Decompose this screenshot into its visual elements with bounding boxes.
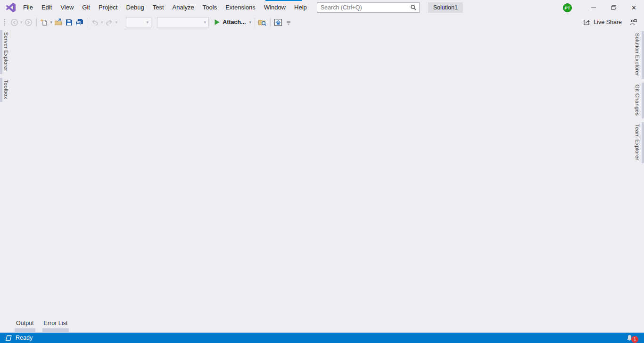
right-tool-window-strip: Solution Explorer Git Changes Team Explo… xyxy=(633,29,644,317)
live-share-label: Live Share xyxy=(594,19,622,25)
save-button[interactable] xyxy=(64,17,74,28)
toolbar-right-group: Live Share xyxy=(583,18,637,26)
standard-toolbar: ▾ ▾ xyxy=(0,15,644,29)
undo-button[interactable] xyxy=(90,17,99,28)
search-input[interactable] xyxy=(317,2,420,13)
menu-test[interactable]: Test xyxy=(149,0,168,15)
minimize-icon xyxy=(591,8,596,8)
tab-label: Solution Explorer xyxy=(634,31,642,79)
menu-project[interactable]: Project xyxy=(94,0,122,15)
status-message: Ready xyxy=(16,335,33,341)
tab-indicator-strip xyxy=(642,122,644,163)
tab-output[interactable]: Output xyxy=(15,320,35,332)
empty-editor-well xyxy=(11,29,633,317)
tab-label: Git Changes xyxy=(634,83,642,118)
title-bar: File Edit View Git Project Debug Test An… xyxy=(0,0,644,15)
redo-icon xyxy=(105,18,113,26)
menu-window[interactable]: Window xyxy=(260,0,290,15)
tab-label: Toolbox xyxy=(2,78,10,102)
menu-bar: File Edit View Git Project Debug Test An… xyxy=(19,0,311,15)
toolbar-separator xyxy=(36,18,37,27)
navigate-back-button[interactable] xyxy=(9,17,19,28)
bottom-tool-window-strip: Output Error List xyxy=(0,317,644,333)
open-file-button[interactable] xyxy=(54,17,63,28)
tab-indicator-strip xyxy=(642,83,644,118)
tab-indicator-strip xyxy=(15,328,35,332)
send-feedback-button[interactable] xyxy=(629,18,637,26)
minimize-button[interactable] xyxy=(583,0,603,15)
attach-dropdown-caret[interactable]: ▾ xyxy=(249,17,251,28)
toolbar-overflow-button[interactable] xyxy=(284,17,293,28)
tab-team-explorer[interactable]: Team Explorer xyxy=(634,122,644,163)
status-bar: Ready 1 xyxy=(0,333,644,343)
undo-dropdown-caret[interactable]: ▾ xyxy=(101,17,103,28)
menu-view[interactable]: View xyxy=(56,0,78,15)
restore-button[interactable] xyxy=(603,0,624,15)
attach-button[interactable]: Attach... xyxy=(223,19,246,25)
tab-server-explorer[interactable]: Server Explorer xyxy=(0,30,10,74)
top-accent-line xyxy=(265,0,302,1)
restore-icon xyxy=(611,5,617,10)
save-all-button[interactable] xyxy=(74,17,84,28)
toolbar-grip-handle[interactable] xyxy=(4,18,6,26)
close-icon: ✕ xyxy=(631,4,636,11)
home-window-icon xyxy=(274,18,282,26)
quick-search xyxy=(317,2,420,13)
menu-extensions[interactable]: Extensions xyxy=(221,0,260,15)
visual-studio-logo-icon xyxy=(6,3,16,12)
left-tool-window-strip: Server Explorer Toolbox xyxy=(0,29,11,317)
tab-git-changes[interactable]: Git Changes xyxy=(634,83,644,118)
menu-git[interactable]: Git xyxy=(78,0,94,15)
open-folder-icon xyxy=(54,18,63,26)
find-in-files-icon xyxy=(258,18,267,26)
chevron-down-icon: ▾ xyxy=(147,20,151,25)
debug-target-combobox[interactable]: ▾ xyxy=(126,17,151,27)
menu-help[interactable]: Help xyxy=(290,0,311,15)
feedback-person-icon xyxy=(629,18,637,26)
tab-label: Team Explorer xyxy=(634,122,642,163)
tab-label: Output xyxy=(15,320,35,326)
account-avatar[interactable]: PT xyxy=(563,3,572,12)
start-play-icon[interactable] xyxy=(214,19,220,25)
tab-label: Error List xyxy=(42,320,69,326)
window-controls: ✕ xyxy=(583,0,644,15)
solution-platform-combobox[interactable]: ▾ xyxy=(157,17,209,27)
navigate-forward-button[interactable] xyxy=(24,17,33,28)
tab-label: Server Explorer xyxy=(2,30,10,74)
live-share-button[interactable]: Live Share xyxy=(583,18,622,26)
new-project-dropdown-caret[interactable]: ▾ xyxy=(50,17,53,28)
menu-tools[interactable]: Tools xyxy=(198,0,221,15)
toolbar-separator xyxy=(255,18,255,27)
close-button[interactable]: ✕ xyxy=(624,0,644,15)
menu-analyze[interactable]: Analyze xyxy=(168,0,198,15)
browser-home-button[interactable] xyxy=(273,17,283,28)
tab-error-list[interactable]: Error List xyxy=(42,320,69,332)
toolbar-separator xyxy=(87,18,87,27)
undo-icon xyxy=(91,18,99,26)
tab-solution-explorer[interactable]: Solution Explorer xyxy=(634,31,644,79)
menu-debug[interactable]: Debug xyxy=(122,0,148,15)
notifications-button[interactable]: 1 xyxy=(626,333,634,343)
redo-button[interactable] xyxy=(105,17,114,28)
save-icon xyxy=(65,18,73,26)
redo-dropdown-caret[interactable]: ▾ xyxy=(116,17,118,28)
toolbar-separator xyxy=(270,18,271,27)
attach-run-control: Attach... ▾ xyxy=(214,17,252,28)
search-icon[interactable] xyxy=(410,4,417,11)
save-all-icon xyxy=(75,18,83,26)
status-parallelogram-icon xyxy=(4,335,12,341)
menu-file[interactable]: File xyxy=(19,0,37,15)
tab-indicator-strip xyxy=(642,31,644,79)
tab-indicator-strip xyxy=(42,328,69,332)
notification-count-badge[interactable]: 1 xyxy=(631,336,638,343)
back-dropdown-caret[interactable]: ▾ xyxy=(20,17,23,28)
forward-arrow-icon xyxy=(25,18,33,26)
find-in-files-button[interactable] xyxy=(258,17,267,28)
menu-edit[interactable]: Edit xyxy=(37,0,56,15)
new-project-button[interactable] xyxy=(40,17,49,28)
chevron-down-icon: ▾ xyxy=(204,20,209,25)
toolbar-overflow-icon xyxy=(286,19,291,25)
tab-toolbox[interactable]: Toolbox xyxy=(0,78,10,102)
solution-name-badge[interactable]: Solution1 xyxy=(428,2,463,13)
live-share-icon xyxy=(583,18,591,26)
